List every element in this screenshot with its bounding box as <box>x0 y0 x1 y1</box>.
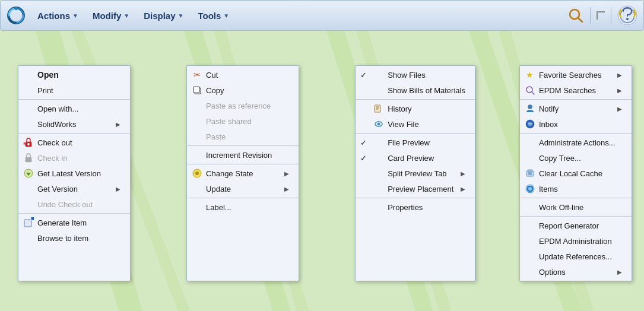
menu-item-getlatest[interactable]: Get Latest Version <box>18 166 130 181</box>
svg-rect-18 <box>26 157 31 162</box>
menu-item-cut[interactable]: ✂ Cut <box>187 67 299 82</box>
menu-item-incrementrev[interactable]: Increment Revision <box>187 147 299 163</box>
search-icon[interactable] <box>566 6 585 25</box>
menu-item-cardpreview[interactable]: ✓ Card Preview <box>356 150 475 166</box>
tools-menu-btn[interactable]: Tools ▼ <box>192 7 235 24</box>
menus-container: Open Print Open with... SolidWorks ▶ <box>0 65 644 281</box>
filepreview-icon <box>373 137 384 148</box>
actions-menu: Open Print Open with... SolidWorks ▶ <box>18 65 131 281</box>
menu-item-notify[interactable]: Notify ▶ <box>520 101 632 116</box>
arrow-icon: ▶ <box>617 87 622 94</box>
separator <box>187 198 299 198</box>
separator <box>187 164 299 164</box>
app-icon <box>5 5 27 26</box>
copytree-icon <box>525 153 535 163</box>
menu-item-pasteshared[interactable]: Paste shared <box>187 113 299 129</box>
menu-item-epdmsearches[interactable]: EPDM Searches ▶ <box>520 82 632 98</box>
menu-item-openwith[interactable]: Open with... <box>18 101 130 116</box>
menu-item-pasteasref[interactable]: Paste as reference <box>187 98 299 113</box>
separator <box>18 99 130 100</box>
openwith-icon <box>23 103 34 114</box>
menu-item-open[interactable]: Open <box>18 67 130 82</box>
separator <box>18 133 130 134</box>
separator <box>520 133 632 134</box>
menu-item-showfiles[interactable]: ✓ Show Files <box>356 67 475 82</box>
menu-item-properties[interactable]: Properties <box>356 199 475 215</box>
menu-item-update[interactable]: Update ▶ <box>187 181 299 196</box>
pasteshared-icon <box>192 116 202 126</box>
menu-item-workoffline[interactable]: Work Off-line <box>520 199 632 215</box>
menu-item-items[interactable]: Items <box>520 181 632 196</box>
menu-item-print[interactable]: Print <box>18 82 130 98</box>
separator <box>356 99 475 100</box>
menu-item-filepreview[interactable]: ✓ File Preview <box>356 135 475 150</box>
menu-item-viewfile[interactable]: View File <box>356 116 475 132</box>
history-icon <box>373 103 384 114</box>
arrow-icon: ▶ <box>284 186 289 192</box>
toolbar-divider <box>590 7 591 24</box>
arrow-icon: ▶ <box>617 72 622 78</box>
menu-item-options[interactable]: Options ▶ <box>520 264 632 280</box>
menu-item-undocheckout[interactable]: Undo Check out <box>18 196 130 212</box>
splitpreview-icon <box>373 168 384 179</box>
svg-rect-40 <box>528 170 532 172</box>
menu-item-generateitem[interactable]: + Generate Item <box>18 215 130 230</box>
showbom-icon <box>373 85 384 96</box>
menu-item-updaterefs[interactable]: Update References... <box>520 249 632 264</box>
arrow-icon: ▶ <box>461 186 465 192</box>
svg-line-35 <box>532 92 534 94</box>
menu-item-showbom[interactable]: Show Bills of Materials <box>356 82 475 98</box>
menu-item-adminactions[interactable]: Administrate Actions... <box>520 135 632 150</box>
menu-item-paste[interactable]: Paste <box>187 129 299 144</box>
inbox-icon <box>525 119 535 129</box>
checkmark-cardpreview: ✓ <box>360 154 370 163</box>
searchpurple-icon <box>525 85 535 96</box>
modify-arrow-icon: ▼ <box>123 12 129 19</box>
separator <box>520 216 632 217</box>
menu-item-checkout[interactable]: Check out <box>18 135 130 150</box>
properties-icon <box>373 202 384 212</box>
menu-item-inbox[interactable]: Inbox <box>520 116 632 132</box>
menu-item-reportgenerator[interactable]: Report Generator <box>520 218 632 233</box>
checkout-icon <box>23 137 34 148</box>
menu-item-label[interactable]: Label... <box>187 199 299 215</box>
changestate-icon <box>192 168 202 179</box>
arrow-icon: ▶ <box>617 269 622 275</box>
modify-menu-btn[interactable]: Modify ▼ <box>87 7 135 24</box>
dropdown-arrow-icon <box>597 11 605 20</box>
svg-rect-16 <box>28 143 30 145</box>
epdmadmin-icon <box>525 236 535 246</box>
menu-item-changestate[interactable]: Change State ▶ <box>187 166 299 181</box>
separator <box>356 133 475 134</box>
menu-item-history[interactable]: History <box>356 101 475 116</box>
svg-rect-28 <box>375 105 380 112</box>
actions-menu-btn[interactable]: Actions ▼ <box>31 7 84 24</box>
separator <box>520 99 632 100</box>
toolbar: Actions ▼ Modify ▼ Display ▼ Tools ▼ <box>0 0 644 31</box>
help-icon[interactable] <box>616 4 639 27</box>
label-icon <box>192 202 202 212</box>
copy-icon <box>192 85 202 96</box>
menu-item-solidworks[interactable]: SolidWorks ▶ <box>18 116 130 132</box>
menu-item-favoritesearches[interactable]: ★ Favorite Searches ▶ <box>520 67 632 82</box>
eye-icon <box>373 119 384 129</box>
menu-item-epdmadmin[interactable]: EPDM Administration <box>520 233 632 249</box>
menu-item-clearcache[interactable]: Clear Local Cache <box>520 166 632 181</box>
previewplacement-icon <box>373 183 384 194</box>
star-icon: ★ <box>525 69 535 80</box>
display-menu-btn[interactable]: Display ▼ <box>138 7 189 24</box>
menu-item-getversion[interactable]: Get Version ▶ <box>18 181 130 196</box>
menu-item-splitpreview[interactable]: Split Preview Tab ▶ <box>356 166 475 181</box>
actions-arrow-icon: ▼ <box>72 12 78 19</box>
menu-item-previewplacement[interactable]: Preview Placement ▶ <box>356 181 475 196</box>
menu-item-browseitem[interactable]: Browse to item <box>18 230 130 246</box>
menu-item-checkin[interactable]: Check in <box>18 150 130 166</box>
menu-item-copy[interactable]: Copy <box>187 82 299 98</box>
open-icon <box>23 69 34 80</box>
separator <box>187 145 299 146</box>
workoffline-icon <box>525 202 535 212</box>
notify-icon <box>525 103 535 114</box>
svg-point-33 <box>377 123 380 126</box>
menu-item-copytree[interactable]: Copy Tree... <box>520 150 632 166</box>
svg-point-27 <box>195 172 199 175</box>
